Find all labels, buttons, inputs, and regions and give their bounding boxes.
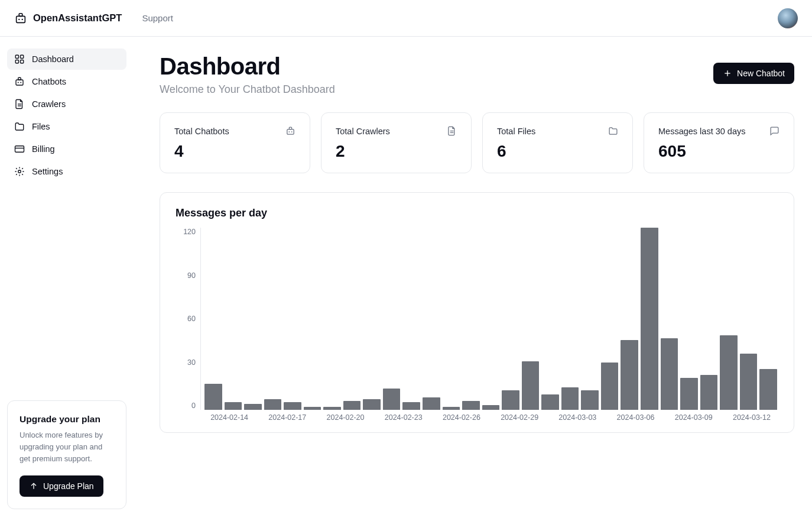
sidebar-item-dashboard[interactable]: Dashboard [7,48,126,70]
file-text-icon [14,99,25,109]
brand-name: OpenAssistantGPT [33,12,122,24]
sidebar-item-label: Chatbots [32,77,66,86]
file-text-icon [447,126,457,136]
chart-bar[interactable] [601,363,619,410]
stat-value: 6 [497,142,618,161]
sidebar-item-files[interactable]: Files [7,116,126,137]
chart-bar[interactable] [522,361,540,410]
x-tick: 2024-03-09 [665,413,723,422]
credit-card-icon [14,144,25,154]
chart-bar[interactable] [244,404,262,410]
bot-icon [285,126,295,136]
main: Dashboard Welcome to Your Chatbot Dashbo… [134,37,812,521]
upgrade-cta-label: Upgrade Plan [43,481,94,491]
chart-bar[interactable] [462,401,480,410]
chart-bar[interactable] [264,399,282,410]
x-tick: 2024-02-23 [375,413,433,422]
x-tick: 2024-03-06 [606,413,664,422]
stat-label: Total Chatbots [174,127,229,136]
sidebar-item-label: Files [32,122,50,131]
chart-bar[interactable] [284,402,301,410]
y-tick: 30 [187,358,196,367]
chart-bar[interactable] [680,378,698,410]
y-tick: 60 [187,315,196,323]
sidebar-item-label: Crawlers [32,99,66,109]
avatar[interactable] [778,8,798,28]
sidebar-item-label: Dashboard [32,54,74,64]
stat-value: 4 [174,142,295,161]
upgrade-title: Upgrade your plan [20,414,114,425]
chart-bar[interactable] [225,402,242,410]
page-heading-block: Dashboard Welcome to Your Chatbot Dashbo… [160,53,335,96]
layout: DashboardChatbotsCrawlersFilesBillingSet… [0,37,812,521]
chart-wrap: 1209060300 2024-02-142024-02-172024-02-2… [173,228,781,422]
chart-bar[interactable] [720,335,738,410]
stat-card-head: Messages last 30 days [658,126,779,136]
chart-bar[interactable] [621,340,638,410]
arrow-up-icon [29,481,38,491]
bot-icon [14,12,27,25]
chart-bar[interactable] [323,407,341,410]
new-chatbot-button[interactable]: New Chatbot [713,63,794,84]
chart-bar[interactable] [423,397,440,410]
plus-icon [723,69,732,78]
support-link[interactable]: Support [142,13,173,23]
chart-bar[interactable] [700,375,718,410]
chart-bar[interactable] [304,407,321,410]
chart-bar[interactable] [383,389,401,410]
stat-card: Total Files6 [482,112,633,173]
nav-list: DashboardChatbotsCrawlersFilesBillingSet… [7,48,126,182]
new-chatbot-label: New Chatbot [737,69,785,78]
chart-bar[interactable] [541,394,559,410]
chart-bar[interactable] [363,399,381,410]
chart-bar[interactable] [561,387,579,410]
stat-card-head: Total Files [497,126,618,136]
chart-bar[interactable] [581,390,599,410]
folder-icon [608,126,618,136]
sidebar-item-billing[interactable]: Billing [7,138,126,160]
brand[interactable]: OpenAssistantGPT [14,12,122,25]
sidebar-item-label: Settings [32,167,63,176]
chart-bar[interactable] [661,338,678,410]
sidebar-item-settings[interactable]: Settings [7,161,126,182]
stat-row: Total Chatbots4Total Crawlers2Total File… [160,112,794,173]
x-tick: 2024-02-17 [258,413,316,422]
app-header: OpenAssistantGPT Support [0,0,812,37]
sidebar-item-chatbots[interactable]: Chatbots [7,71,126,92]
chart-bar[interactable] [641,228,658,410]
chart-title: Messages per day [176,207,781,219]
x-tick: 2024-02-20 [316,413,374,422]
chart-bar[interactable] [502,390,519,410]
sidebar-item-label: Billing [32,144,55,154]
chart-bar[interactable] [402,402,420,410]
page-title: Dashboard [160,53,335,80]
bot-icon [14,76,25,87]
stat-value: 2 [336,142,457,161]
upgrade-plan-button[interactable]: Upgrade Plan [20,475,103,497]
page-subtitle: Welcome to Your Chatbot Dashboard [160,83,335,96]
chart-bar[interactable] [482,405,500,410]
x-tick: 2024-02-14 [200,413,258,422]
chart-y-axis: 1209060300 [173,228,200,410]
chart-bar[interactable] [759,369,777,410]
stat-label: Messages last 30 days [658,127,746,136]
stat-label: Total Crawlers [336,127,390,136]
stat-card: Total Chatbots4 [160,112,310,173]
header-left: OpenAssistantGPT Support [14,12,173,25]
chart-bar[interactable] [443,407,460,410]
stat-value: 605 [658,142,779,161]
dashboard-icon [14,54,25,64]
gear-icon [14,166,25,177]
chart-inner: 1209060300 [173,228,781,410]
sidebar: DashboardChatbotsCrawlersFilesBillingSet… [0,37,134,521]
chart-bar[interactable] [343,401,361,410]
sidebar-item-crawlers[interactable]: Crawlers [7,93,126,115]
stat-label: Total Files [497,127,535,136]
page-header: Dashboard Welcome to Your Chatbot Dashbo… [160,53,794,96]
chart-card: Messages per day 1209060300 2024-02-1420… [160,192,794,433]
x-tick: 2024-02-29 [491,413,548,422]
chart-bar[interactable] [204,384,222,410]
x-tick: 2024-03-03 [548,413,606,422]
x-tick: 2024-03-12 [723,413,781,422]
chart-bar[interactable] [740,354,758,410]
